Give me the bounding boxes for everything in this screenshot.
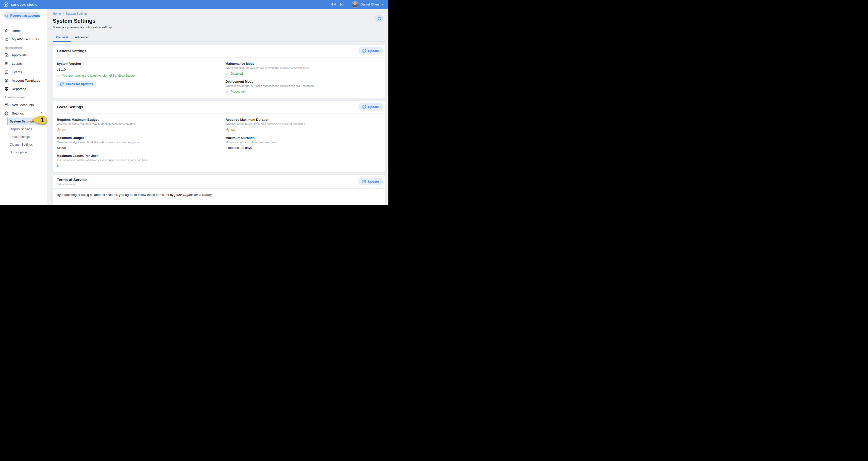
card-body: Requires Maximum Budget Whether or not t… [53,113,385,172]
field-description: Maximum duration allowed for any lease [225,141,379,144]
field-description: The maximum number of active leases a us… [57,159,215,162]
breadcrumb-current[interactable]: System Settings [66,12,88,15]
field-maintenance-mode: Maintenance Mode When enabled, the syste… [225,62,379,75]
screenshot-root: sandbox studio EN Daniel Chen [0,0,391,207]
chevron-down-icon [39,111,42,115]
lease-settings-card: Lease Settings Update Requires Maximum B… [53,101,385,172]
check-icon [57,74,60,77]
update-button-label: Update [368,180,379,184]
user-name: Daniel Chen [361,2,379,6]
home-icon [4,29,9,33]
field-requires-max-duration: Requires Maximum Duration Whether or not… [225,118,379,132]
card-body: System Version v1.1.0 You are running th… [53,58,385,98]
grid-dots-icon [4,62,9,66]
user-menu[interactable]: Daniel Chen [352,1,384,8]
field-deployment-mode: Deployment Mode When in dev mode, API ca… [225,80,379,93]
field-description: When enabled, the system will prevent th… [225,66,379,69]
sidebar-item-aws-accounts[interactable]: AWS Accounts [0,101,47,109]
card-title-group: Terms of Service Latest version [57,177,87,186]
sidebar-item-label: Settings [12,111,36,115]
moon-icon [340,2,344,7]
field-description: Whether or not to require a max duration… [225,123,379,126]
sidebar-item-home[interactable]: Home [0,26,47,35]
terms-heading: 1. Use of Sandbox Accounts [57,204,379,205]
sidebar-item-label: My AWS accounts [12,37,39,41]
sidebar-subitem-label: System Settings [10,120,34,123]
general-settings-update-button[interactable]: Update [359,47,383,55]
brand[interactable]: sandbox studio [3,1,38,7]
card-header: Lease Settings Update [53,101,385,113]
check-for-updates-label: Check for updates [66,83,93,86]
sidebar-item-approvals[interactable]: Approvals [0,51,47,59]
presentation-icon [4,87,9,91]
sidebar-item-label: Leases [12,62,23,65]
refresh-icon [60,82,64,86]
edit-pencil-icon [362,105,366,109]
page-refresh-button[interactable] [375,15,383,22]
terms-update-button[interactable]: Update [359,178,383,185]
terms-of-service-card: Terms of Service Latest version Update B… [53,175,385,205]
breadcrumb-separator-icon: › [63,12,64,15]
tab-general[interactable]: General [53,34,71,41]
field-label: Maximum Duration [225,136,379,140]
field-label: Maintenance Mode [225,62,379,65]
page-title: System Settings [53,18,385,24]
breadcrumb: Home › System Settings [53,12,385,15]
version-status-text: You are running the latest version of Sa… [62,74,135,77]
sidebar-item-events[interactable]: Events [0,68,47,76]
field-label: Deployment Mode [225,80,379,84]
field-maximum-duration: Maximum Duration Maximum duration allowe… [225,136,379,150]
card-title: Terms of Service [57,177,87,182]
breadcrumb-home[interactable]: Home [53,12,61,15]
maintenance-status-text: Disabled [231,72,243,75]
sidebar-item-account-templates[interactable]: Account Templates [0,76,47,85]
sidebar-item-settings[interactable]: Settings [0,109,47,118]
field-label: Requires Maximum Budget [57,118,215,122]
request-account-label: Request an account [10,14,40,18]
field-value: $1000 [57,146,215,150]
maintenance-status: Disabled [225,72,379,75]
dark-mode-toggle[interactable] [340,2,344,7]
field-requires-max-budget: Requires Maximum Budget Whether or not t… [57,118,215,132]
lease-settings-update-button[interactable]: Update [359,103,383,110]
sidebar-item-my-aws-accounts[interactable]: My AWS accounts [0,35,47,43]
check-icon [225,72,229,75]
chevron-down-icon [381,3,384,6]
sidebar-item-label: Events [12,70,22,74]
check-square-icon [4,53,9,57]
topbar-right: EN Daniel Chen [331,1,384,8]
cloud-lock-icon [4,103,9,107]
sidebar-item-label: AWS Accounts [12,103,34,107]
section-label-management: Management [0,43,47,51]
cloud-icon [4,37,9,41]
card-column-left: System Version v1.1.0 You are running th… [53,58,221,98]
sidebar-subitem-system-settings[interactable]: System Settings [7,118,47,125]
sidebar-subitem-cleaner-settings[interactable]: Cleaner Settings [7,141,47,149]
sidebar-item-leases[interactable]: Leases [0,59,47,68]
trowel-logo-icon [3,1,9,7]
card-column-right: Maintenance Mode When enabled, the syste… [221,58,385,98]
layers-icon [4,78,9,83]
sidebar-subitem-email-settings[interactable]: Email Settings [7,133,47,141]
brand-name: sandbox studio [11,2,38,6]
language-switcher[interactable]: EN [331,3,336,6]
gear-icon [4,111,9,116]
tab-bar: General Advanced [53,34,385,42]
sidebar-subitem-display-settings[interactable]: Display Settings [7,125,47,133]
sidebar-subitem-subscription[interactable]: Subscription [7,149,47,156]
request-account-button[interactable]: Request an account [4,12,40,20]
check-for-updates-button[interactable]: Check for updates [57,81,96,87]
sidebar-item-label: Reporting [12,87,26,91]
warning-triangle-icon [225,128,229,132]
field-value: 2 months, 29 days [225,146,379,150]
edit-pencil-icon [362,180,366,184]
field-value: v1.1.0 [57,68,215,71]
requires-max-duration-status: No [225,128,379,132]
tab-advanced[interactable]: Advanced [71,34,92,41]
requires-max-budget-value: No [62,128,66,132]
settings-sub-list: System Settings Display Settings Email S… [7,118,47,156]
edit-pencil-icon [362,49,366,53]
sidebar-item-reporting[interactable]: Reporting [0,85,47,93]
card-subtitle: Latest version [57,183,87,186]
field-maximum-budget: Maximum Budget Maximum budget value (in … [57,136,215,150]
